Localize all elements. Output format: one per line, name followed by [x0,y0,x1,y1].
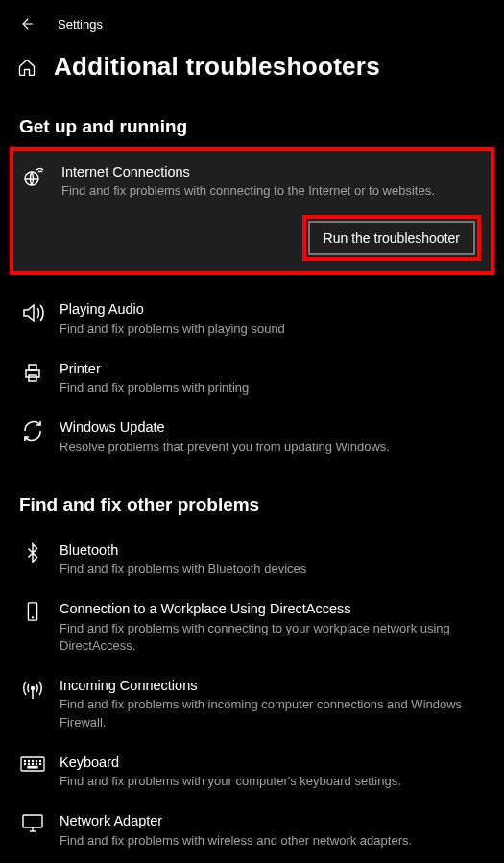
item-desc: Find and fix problems with your computer… [60,773,485,790]
page-title: Additional troubleshooters [54,52,380,82]
svg-point-12 [39,760,40,761]
item-title: Windows Update [60,418,485,437]
back-arrow-icon [17,15,35,33]
app-name: Settings [58,17,103,32]
item-desc: Find and fix problems with Bluetooth dev… [60,561,485,578]
item-title: Incoming Connections [60,676,485,695]
troubleshooter-printer[interactable]: Printer Find and fix problems with print… [10,349,494,408]
speaker-icon [19,300,46,337]
svg-rect-2 [29,365,36,370]
item-desc: Find and fix problems with printing [60,379,485,396]
svg-point-13 [24,763,25,764]
section-title-running: Get up and running [0,99,504,147]
troubleshooter-internet-connections-selected[interactable]: Internet Connections Find and fix proble… [10,147,494,275]
svg-point-11 [36,760,36,761]
item-title: Printer [60,359,485,378]
svg-point-6 [32,687,35,690]
item-title: Bluetooth [60,540,485,560]
troubleshooter-network-adapter[interactable]: Network Adapter Find and fix problems wi… [10,802,494,860]
item-desc: Find and fix problems with connecting to… [61,182,483,200]
svg-point-10 [32,760,33,761]
window-header: Settings [0,0,504,40]
keyboard-icon [19,753,46,790]
svg-rect-19 [23,815,42,827]
back-button[interactable] [17,15,35,33]
item-desc: Find and fix problems with incoming comp… [60,696,485,731]
svg-point-5 [33,617,34,618]
troubleshooter-bluetooth[interactable]: Bluetooth Find and fix problems with Blu… [10,531,494,589]
item-desc: Find and fix problems with connecting to… [60,620,485,655]
item-title: Keyboard [60,753,485,772]
troubleshooter-incoming-connections[interactable]: Incoming Connections Find and fix proble… [10,666,494,743]
item-title: Connection to a Workplace Using DirectAc… [60,599,485,618]
svg-rect-18 [28,766,37,767]
home-icon[interactable] [17,58,36,77]
troubleshooter-playing-audio[interactable]: Playing Audio Find and fix problems with… [10,290,494,348]
item-title: Network Adapter [60,811,485,830]
monitor-icon [19,811,46,849]
svg-point-16 [36,763,36,764]
troubleshooter-keyboard[interactable]: Keyboard Find and fix problems with your… [10,743,494,802]
item-desc: Find and fix problems with wireless and … [60,832,485,850]
item-title: Internet Connections [61,162,483,181]
page-title-row: Additional troubleshooters [0,40,504,99]
item-desc: Resolve problems that prevent you from u… [60,439,485,456]
svg-rect-3 [29,375,36,381]
run-troubleshooter-button[interactable]: Run the troubleshooter [308,221,475,255]
phone-icon [19,599,46,655]
svg-point-9 [28,760,29,761]
antenna-icon [19,676,46,731]
section-title-other: Find and fix other problems [0,467,504,525]
printer-icon [19,359,46,396]
run-troubleshooter-highlight: Run the troubleshooter [302,215,481,261]
globe-wifi-icon [21,162,48,200]
bluetooth-icon [19,540,46,578]
svg-point-14 [28,763,29,764]
svg-rect-1 [26,370,39,377]
troubleshooter-directaccess[interactable]: Connection to a Workplace Using DirectAc… [10,589,494,666]
svg-point-17 [39,763,40,764]
sync-icon [19,418,46,455]
svg-point-15 [32,763,33,764]
item-desc: Find and fix problems with playing sound [60,321,485,338]
svg-point-8 [24,760,25,761]
troubleshooter-windows-update[interactable]: Windows Update Resolve problems that pre… [10,408,494,467]
item-title: Playing Audio [60,300,485,319]
